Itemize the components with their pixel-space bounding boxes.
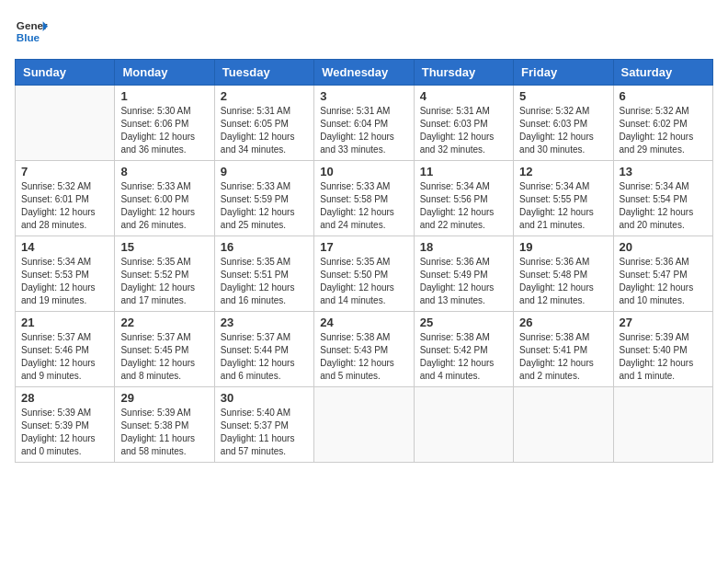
day-content: Sunrise: 5:35 AM Sunset: 5:50 PM Dayligh… xyxy=(320,256,407,307)
header-thursday: Thursday xyxy=(414,60,513,86)
day-number: 11 xyxy=(420,165,507,178)
day-number: 30 xyxy=(221,391,308,405)
calendar-week-3: 14Sunrise: 5:34 AM Sunset: 5:53 PM Dayli… xyxy=(16,236,713,312)
day-number: 9 xyxy=(221,165,308,178)
calendar-cell: 14Sunrise: 5:34 AM Sunset: 5:53 PM Dayli… xyxy=(16,236,115,312)
day-number: 17 xyxy=(320,240,407,254)
calendar-cell: 10Sunrise: 5:33 AM Sunset: 5:58 PM Dayli… xyxy=(314,161,414,236)
day-number: 27 xyxy=(620,316,707,329)
day-content: Sunrise: 5:31 AM Sunset: 6:04 PM Dayligh… xyxy=(320,105,407,156)
day-content: Sunrise: 5:32 AM Sunset: 6:03 PM Dayligh… xyxy=(519,105,607,156)
day-content: Sunrise: 5:36 AM Sunset: 5:48 PM Dayligh… xyxy=(519,256,607,307)
day-content: Sunrise: 5:38 AM Sunset: 5:41 PM Dayligh… xyxy=(519,331,607,383)
calendar-cell: 8Sunrise: 5:33 AM Sunset: 6:00 PM Daylig… xyxy=(115,161,214,236)
day-content: Sunrise: 5:33 AM Sunset: 6:00 PM Dayligh… xyxy=(120,180,208,232)
day-number: 19 xyxy=(519,240,607,254)
day-content: Sunrise: 5:34 AM Sunset: 5:56 PM Dayligh… xyxy=(420,180,507,232)
calendar-cell xyxy=(314,387,414,463)
day-content: Sunrise: 5:32 AM Sunset: 6:02 PM Dayligh… xyxy=(620,105,707,156)
day-number: 12 xyxy=(519,165,607,178)
calendar-cell: 25Sunrise: 5:38 AM Sunset: 5:42 PM Dayli… xyxy=(414,312,513,387)
day-content: Sunrise: 5:34 AM Sunset: 5:53 PM Dayligh… xyxy=(21,256,108,307)
day-content: Sunrise: 5:35 AM Sunset: 5:52 PM Dayligh… xyxy=(120,256,208,307)
day-number: 23 xyxy=(221,316,308,329)
calendar-week-1: 1Sunrise: 5:30 AM Sunset: 6:06 PM Daylig… xyxy=(16,86,713,161)
calendar-week-4: 21Sunrise: 5:37 AM Sunset: 5:46 PM Dayli… xyxy=(16,312,713,387)
calendar-cell: 22Sunrise: 5:37 AM Sunset: 5:45 PM Dayli… xyxy=(115,312,214,387)
day-number: 15 xyxy=(120,240,208,254)
calendar-table: SundayMondayTuesdayWednesdayThursdayFrid… xyxy=(15,59,713,463)
day-number: 29 xyxy=(120,391,208,405)
day-content: Sunrise: 5:33 AM Sunset: 5:58 PM Dayligh… xyxy=(320,180,407,232)
calendar-cell: 16Sunrise: 5:35 AM Sunset: 5:51 PM Dayli… xyxy=(214,236,313,312)
calendar-cell: 28Sunrise: 5:39 AM Sunset: 5:39 PM Dayli… xyxy=(16,387,115,463)
calendar-cell xyxy=(414,387,513,463)
calendar-cell: 24Sunrise: 5:38 AM Sunset: 5:43 PM Dayli… xyxy=(314,312,414,387)
day-number: 8 xyxy=(120,165,208,178)
svg-text:Blue: Blue xyxy=(17,31,40,43)
calendar-body: 1Sunrise: 5:30 AM Sunset: 6:06 PM Daylig… xyxy=(16,86,713,463)
day-number: 2 xyxy=(221,89,308,103)
calendar-cell: 12Sunrise: 5:34 AM Sunset: 5:55 PM Dayli… xyxy=(514,161,613,236)
day-number: 24 xyxy=(320,316,407,329)
day-content: Sunrise: 5:30 AM Sunset: 6:06 PM Dayligh… xyxy=(120,105,208,156)
calendar-cell: 26Sunrise: 5:38 AM Sunset: 5:41 PM Dayli… xyxy=(514,312,613,387)
day-number: 5 xyxy=(519,89,607,103)
calendar-cell: 20Sunrise: 5:36 AM Sunset: 5:47 PM Dayli… xyxy=(613,236,712,312)
day-content: Sunrise: 5:39 AM Sunset: 5:39 PM Dayligh… xyxy=(21,407,108,458)
day-number: 10 xyxy=(320,165,407,178)
calendar-cell: 9Sunrise: 5:33 AM Sunset: 5:59 PM Daylig… xyxy=(214,161,313,236)
header-monday: Monday xyxy=(115,60,214,86)
day-content: Sunrise: 5:37 AM Sunset: 5:45 PM Dayligh… xyxy=(120,331,208,383)
calendar-cell: 15Sunrise: 5:35 AM Sunset: 5:52 PM Dayli… xyxy=(115,236,214,312)
day-content: Sunrise: 5:39 AM Sunset: 5:40 PM Dayligh… xyxy=(620,331,707,383)
calendar-cell: 2Sunrise: 5:31 AM Sunset: 6:05 PM Daylig… xyxy=(214,86,313,161)
day-number: 21 xyxy=(21,316,108,329)
logo: General Blue xyxy=(15,15,48,48)
day-number: 3 xyxy=(320,89,407,103)
calendar-cell: 23Sunrise: 5:37 AM Sunset: 5:44 PM Dayli… xyxy=(214,312,313,387)
calendar-cell: 13Sunrise: 5:34 AM Sunset: 5:54 PM Dayli… xyxy=(613,161,712,236)
day-number: 7 xyxy=(21,165,108,178)
day-number: 25 xyxy=(420,316,507,329)
day-content: Sunrise: 5:36 AM Sunset: 5:47 PM Dayligh… xyxy=(620,256,707,307)
day-content: Sunrise: 5:40 AM Sunset: 5:37 PM Dayligh… xyxy=(221,407,308,458)
calendar-cell xyxy=(514,387,613,463)
header-tuesday: Tuesday xyxy=(214,60,313,86)
header-wednesday: Wednesday xyxy=(314,60,414,86)
calendar-week-2: 7Sunrise: 5:32 AM Sunset: 6:01 PM Daylig… xyxy=(16,161,713,236)
calendar-week-5: 28Sunrise: 5:39 AM Sunset: 5:39 PM Dayli… xyxy=(16,387,713,463)
calendar-cell: 27Sunrise: 5:39 AM Sunset: 5:40 PM Dayli… xyxy=(613,312,712,387)
day-number: 28 xyxy=(21,391,108,405)
day-content: Sunrise: 5:32 AM Sunset: 6:01 PM Dayligh… xyxy=(21,180,108,232)
calendar-cell: 19Sunrise: 5:36 AM Sunset: 5:48 PM Dayli… xyxy=(514,236,613,312)
day-content: Sunrise: 5:33 AM Sunset: 5:59 PM Dayligh… xyxy=(221,180,308,232)
calendar-cell: 11Sunrise: 5:34 AM Sunset: 5:56 PM Dayli… xyxy=(414,161,513,236)
day-content: Sunrise: 5:35 AM Sunset: 5:51 PM Dayligh… xyxy=(221,256,308,307)
day-content: Sunrise: 5:37 AM Sunset: 5:44 PM Dayligh… xyxy=(221,331,308,383)
calendar-cell: 6Sunrise: 5:32 AM Sunset: 6:02 PM Daylig… xyxy=(613,86,712,161)
calendar-header-row: SundayMondayTuesdayWednesdayThursdayFrid… xyxy=(16,60,713,86)
day-number: 20 xyxy=(620,240,707,254)
header-friday: Friday xyxy=(514,60,613,86)
day-number: 13 xyxy=(620,165,707,178)
day-number: 18 xyxy=(420,240,507,254)
day-content: Sunrise: 5:37 AM Sunset: 5:46 PM Dayligh… xyxy=(21,331,108,383)
calendar-cell: 7Sunrise: 5:32 AM Sunset: 6:01 PM Daylig… xyxy=(16,161,115,236)
calendar-cell xyxy=(613,387,712,463)
calendar-cell: 21Sunrise: 5:37 AM Sunset: 5:46 PM Dayli… xyxy=(16,312,115,387)
day-number: 16 xyxy=(221,240,308,254)
day-number: 1 xyxy=(120,89,208,103)
day-content: Sunrise: 5:36 AM Sunset: 5:49 PM Dayligh… xyxy=(420,256,507,307)
calendar-cell: 4Sunrise: 5:31 AM Sunset: 6:03 PM Daylig… xyxy=(414,86,513,161)
logo-icon: General Blue xyxy=(15,15,48,48)
day-content: Sunrise: 5:34 AM Sunset: 5:54 PM Dayligh… xyxy=(620,180,707,232)
page-header: General Blue xyxy=(15,15,713,48)
day-content: Sunrise: 5:39 AM Sunset: 5:38 PM Dayligh… xyxy=(120,407,208,458)
calendar-cell: 3Sunrise: 5:31 AM Sunset: 6:04 PM Daylig… xyxy=(314,86,414,161)
day-number: 6 xyxy=(620,89,707,103)
day-number: 14 xyxy=(21,240,108,254)
day-content: Sunrise: 5:31 AM Sunset: 6:03 PM Dayligh… xyxy=(420,105,507,156)
day-content: Sunrise: 5:34 AM Sunset: 5:55 PM Dayligh… xyxy=(519,180,607,232)
calendar-cell: 29Sunrise: 5:39 AM Sunset: 5:38 PM Dayli… xyxy=(115,387,214,463)
